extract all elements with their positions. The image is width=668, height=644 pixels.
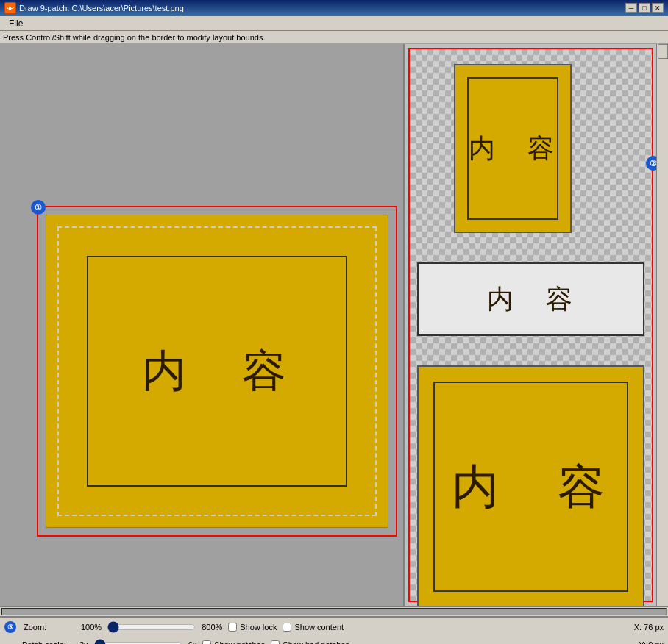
- preview-item-large: 内 容: [417, 365, 644, 606]
- show-lock-label: Show lock: [240, 623, 277, 632]
- editor-text: 内 容: [142, 342, 292, 401]
- right-scrollbar-thumb[interactable]: [658, 44, 668, 59]
- show-bad-patches-checkbox[interactable]: [271, 640, 280, 644]
- window-controls: ─ □ ✕: [625, 3, 664, 13]
- show-patches-group: Show patches: [202, 640, 265, 644]
- show-lock-group: Show lock: [228, 623, 277, 632]
- preview-panel: ② 内 容 内 容 内 容: [405, 44, 668, 606]
- show-content-group: Show content: [283, 623, 344, 632]
- show-content-checkbox[interactable]: [283, 623, 291, 632]
- zoom-slider-container: [107, 622, 196, 632]
- show-patches-label: Show patches: [214, 640, 265, 644]
- window-title: Draw 9-patch: C:\Users\acer\Pictures\tes…: [19, 4, 625, 12]
- toolbar-row-1: ③ Zoom: 100% 800% Show lock Show content…: [4, 619, 664, 635]
- bottom-scrollbar[interactable]: [0, 606, 668, 616]
- show-content-label: Show content: [294, 623, 344, 632]
- editor-box: ① 内 容: [37, 206, 397, 537]
- app-icon: 9P: [4, 2, 16, 14]
- right-scrollbar[interactable]: [656, 44, 668, 606]
- main-content: ① 内 容 ②: [0, 44, 668, 606]
- toolbar-badge: ③: [4, 621, 16, 633]
- patch-scale-min: 2x: [79, 640, 88, 644]
- infobar: Press Control/Shift while dragging on th…: [0, 31, 668, 44]
- preview-area: ② 内 容 内 容 内 容: [408, 48, 653, 602]
- preview-item-medium: 内 容: [417, 262, 644, 336]
- editor-badge: ①: [31, 200, 46, 215]
- editor-panel[interactable]: ① 内 容: [0, 44, 405, 606]
- bottom-toolbar: ③ Zoom: 100% 800% Show lock Show content…: [0, 616, 668, 644]
- preview-text-medium: 内 容: [487, 282, 575, 318]
- preview-inner-small: 内 容: [467, 77, 558, 220]
- info-text: Press Control/Shift while dragging on th…: [3, 33, 265, 42]
- preview-item-small: 内 容: [454, 64, 572, 233]
- zoom-max-label: 800%: [202, 623, 222, 632]
- yellow-background: 内 容: [46, 215, 388, 528]
- close-button[interactable]: ✕: [652, 3, 664, 13]
- patch-scale-slider-container: [94, 640, 182, 644]
- patch-scale-max: 6x: [188, 640, 197, 644]
- bottom-scrollbar-track[interactable]: [1, 608, 667, 615]
- menubar: File: [0, 16, 668, 31]
- show-bad-patches-group: Show bad patches: [271, 640, 349, 644]
- content-border: 内 容: [87, 256, 347, 487]
- patch-scale-slider[interactable]: [94, 640, 182, 644]
- zoom-slider[interactable]: [107, 622, 196, 632]
- preview-text-large: 内 容: [452, 455, 611, 519]
- y-coord: Y: 0 px: [639, 640, 664, 644]
- show-lock-checkbox[interactable]: [228, 623, 237, 632]
- minimize-button[interactable]: ─: [625, 3, 637, 13]
- preview-inner-large: 内 容: [433, 382, 628, 592]
- toolbar-row-2: Patch scale: 2x 6x Show patches Show bad…: [4, 637, 664, 644]
- show-patches-checkbox[interactable]: [202, 640, 211, 644]
- menu-file[interactable]: File: [3, 17, 29, 30]
- x-coord: X: 76 px: [634, 623, 664, 632]
- zoom-min-label: 100%: [81, 623, 102, 632]
- patch-scale-label: Patch scale:: [22, 640, 74, 644]
- zoom-label: Zoom:: [24, 623, 75, 632]
- titlebar: 9P Draw 9-patch: C:\Users\acer\Pictures\…: [0, 0, 668, 16]
- show-bad-patches-label: Show bad patches: [283, 640, 349, 644]
- maximize-button[interactable]: □: [639, 3, 650, 13]
- preview-text-small: 内 容: [469, 131, 557, 167]
